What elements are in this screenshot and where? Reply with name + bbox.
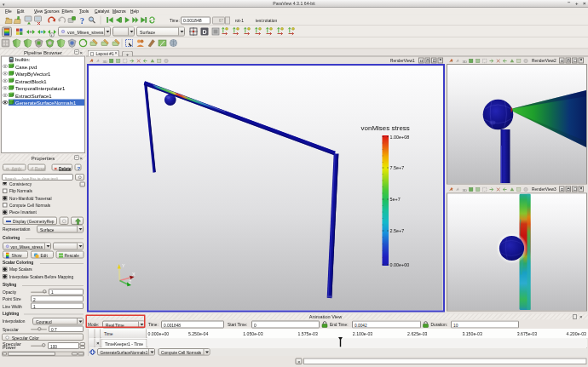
- svg-text:Case.pvd: Case.pvd: [15, 65, 37, 70]
- svg-text:1.00e+08: 1.00e+08: [390, 135, 410, 140]
- svg-text:7.5e+7: 7.5e+7: [390, 165, 405, 170]
- svg-text:?: ?: [80, 16, 84, 26]
- svg-text:GenerateSurfaceNormals1: GenerateSurfaceNormals1: [15, 100, 77, 106]
- svg-text:Z: Z: [129, 279, 132, 284]
- svg-text:Y: Y: [122, 263, 125, 268]
- svg-text:2.5e+7: 2.5e+7: [390, 228, 405, 233]
- svg-text:ExtractBlock1: ExtractBlock1: [15, 79, 47, 84]
- svg-text:D: D: [203, 29, 207, 35]
- svg-text:ExtractSurface1: ExtractSurface1: [15, 94, 52, 99]
- svg-text:5e+7: 5e+7: [390, 197, 401, 202]
- svg-text:WarpByVector1: WarpByVector1: [15, 72, 51, 77]
- svg-text:vonMises stress: vonMises stress: [361, 124, 410, 132]
- svg-text:0.00e+00: 0.00e+00: [390, 262, 410, 267]
- svg-text:3D: 3D: [103, 60, 108, 64]
- svg-text:builtin:: builtin:: [15, 57, 31, 62]
- svg-text:TemporalInterpolator1: TemporalInterpolator1: [15, 86, 66, 91]
- svg-text:X: X: [132, 272, 135, 277]
